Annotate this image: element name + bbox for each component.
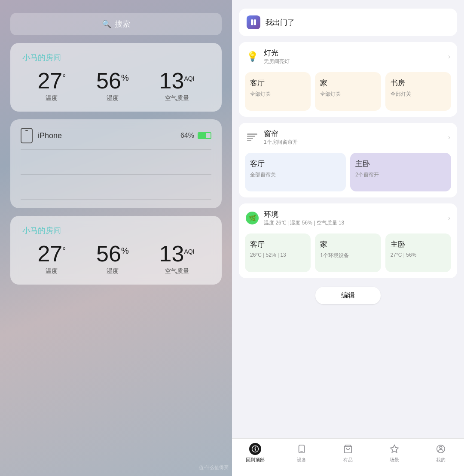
tab-devices[interactable]: 设备 xyxy=(278,443,325,463)
room-name: 家 xyxy=(320,78,375,88)
room-name: 客厅 xyxy=(250,159,341,169)
room-status: 全部灯关 xyxy=(320,91,375,98)
room-name: 客厅 xyxy=(250,78,305,88)
environment-title: 环境 xyxy=(264,209,344,219)
room-name: 主卧 xyxy=(391,240,446,249)
search-bar[interactable]: 🔍 搜索 xyxy=(10,13,222,35)
aqi-item: 13AQI 空气质量 xyxy=(159,70,195,102)
list-item[interactable]: 客厅 全部灯关 xyxy=(245,72,311,111)
aqi-label: 空气质量 xyxy=(165,94,189,102)
humidity-item: 56% 湿度 xyxy=(96,70,129,102)
curtains-chevron-icon: › xyxy=(448,133,450,141)
svg-rect-0 xyxy=(251,19,253,25)
svg-point-9 xyxy=(440,446,442,449)
curtains-room-grid: 客厅 全部窗帘关 主卧 2个窗帘开 xyxy=(239,149,457,197)
sensor-row-1: 27° 温度 56% 湿度 13AQI 空气质量 xyxy=(22,70,210,102)
temperature-value-3: 27° xyxy=(37,243,66,265)
temperature-value: 27° xyxy=(37,70,66,92)
aqi-item-3: 13AQI 空气质量 xyxy=(159,243,195,275)
room-name: 客厅 xyxy=(250,240,305,249)
room-name: 家 xyxy=(320,240,375,249)
humidity-label: 湿度 xyxy=(107,94,119,102)
tab-home[interactable]: 回到顶部 xyxy=(232,443,278,463)
lights-header[interactable]: 💡 灯光 无房间亮灯 › xyxy=(239,42,457,69)
iphone-card: iPhone 64% xyxy=(10,119,222,208)
environment-icon: 🌿 xyxy=(246,212,259,224)
curtains-title: 窗帘 xyxy=(264,129,298,139)
scene-icon xyxy=(388,443,400,455)
battery-icon xyxy=(198,132,211,139)
humidity-value-3: 56% xyxy=(96,243,129,265)
aqi-label-3: 空气质量 xyxy=(165,267,189,275)
iphone-left: iPhone xyxy=(21,128,62,143)
tab-home-label: 回到顶部 xyxy=(246,457,265,463)
room-status: 全部窗帘关 xyxy=(250,171,341,179)
list-item[interactable]: 书房 全部灯关 xyxy=(385,72,451,111)
temperature-label: 温度 xyxy=(46,94,58,102)
humidity-label-3: 湿度 xyxy=(107,267,119,275)
sensor-card-1: 小马的房间 27° 温度 56% 湿度 13AQI 空气质量 xyxy=(10,43,222,112)
iphone-header: iPhone 64% xyxy=(21,128,211,150)
lights-title: 灯光 xyxy=(264,48,290,58)
card3-title: 小马的房间 xyxy=(22,225,210,236)
lights-subtitle: 无房间亮灯 xyxy=(264,58,290,65)
shortcut-card[interactable]: 我出门了 xyxy=(239,9,457,36)
list-item[interactable]: 家 全部灯关 xyxy=(315,72,381,111)
room-status: 全部灯关 xyxy=(391,91,446,98)
lights-header-left: 💡 灯光 无房间亮灯 xyxy=(246,48,290,65)
curtains-header-left: 窗帘 1个房间窗帘开 xyxy=(246,129,298,146)
iphone-line-2 xyxy=(21,174,211,175)
edit-button[interactable]: 编辑 xyxy=(315,287,381,304)
tab-scene[interactable]: 场景 xyxy=(371,443,418,463)
aqi-value: 13AQI xyxy=(159,70,195,92)
list-item[interactable]: 主卧 27°C | 56% xyxy=(385,233,451,272)
curtains-header[interactable]: 窗帘 1个房间窗帘开 › xyxy=(239,123,457,149)
humidity-item-3: 56% 湿度 xyxy=(96,243,129,275)
lights-title-block: 灯光 无房间亮灯 xyxy=(264,48,290,65)
environment-chevron-icon: › xyxy=(448,214,450,222)
right-content: 我出门了 💡 灯光 无房间亮灯 › 客厅 全部灯关 xyxy=(232,0,464,438)
room-status: 27°C | 56% xyxy=(391,252,446,258)
tab-profile[interactable]: 我的 xyxy=(418,443,464,463)
list-item[interactable]: 家 1个环境设备 xyxy=(315,233,381,272)
card1-title: 小马的房间 xyxy=(22,52,210,63)
curtain-icon xyxy=(246,131,259,144)
environment-header-left: 🌿 环境 温度 26℃ | 湿度 56% | 空气质量 13 xyxy=(246,209,344,227)
shortcut-icon xyxy=(247,15,260,29)
room-status: 26°C | 52% | 13 xyxy=(250,252,305,258)
room-status: 全部灯关 xyxy=(250,91,305,98)
tab-devices-label: 设备 xyxy=(297,457,306,463)
svg-rect-1 xyxy=(254,19,256,25)
lights-section: 💡 灯光 无房间亮灯 › 客厅 全部灯关 家 全部灯关 xyxy=(239,42,457,117)
svg-marker-7 xyxy=(391,445,398,452)
aqi-value-3: 13AQI xyxy=(159,243,195,265)
light-icon: 💡 xyxy=(246,50,259,63)
list-item[interactable]: 客厅 26°C | 52% | 13 xyxy=(245,233,311,272)
right-panel: 我出门了 💡 灯光 无房间亮灯 › 客厅 全部灯关 xyxy=(232,0,464,476)
curtains-section: 窗帘 1个房间窗帘开 › 客厅 全部窗帘关 主卧 2个窗帘开 xyxy=(239,123,457,197)
iphone-line-4 xyxy=(21,199,211,200)
tab-profile-label: 我的 xyxy=(436,457,446,463)
shortcut-label: 我出门了 xyxy=(266,18,295,27)
iphone-device-icon xyxy=(21,128,33,143)
list-item[interactable]: 客厅 全部窗帘关 xyxy=(245,153,346,191)
iphone-line-1 xyxy=(21,162,211,162)
sensor-row-3: 27° 温度 56% 湿度 13AQI 空气质量 xyxy=(22,243,210,275)
curtains-subtitle: 1个房间窗帘开 xyxy=(264,139,298,146)
svg-point-3 xyxy=(255,446,256,447)
environment-header[interactable]: 🌿 环境 温度 26℃ | 湿度 56% | 空气质量 13 › xyxy=(239,203,457,230)
devices-icon xyxy=(296,443,308,455)
lights-room-grid: 客厅 全部灯关 家 全部灯关 书房 全部灯关 xyxy=(239,69,457,117)
environment-room-grid: 客厅 26°C | 52% | 13 家 1个环境设备 主卧 27°C | 56… xyxy=(239,230,457,278)
battery-percent: 64% xyxy=(180,132,194,139)
tab-shop-label: 有品 xyxy=(343,457,353,463)
list-item[interactable]: 主卧 2个窗帘开 xyxy=(350,153,451,191)
environment-subtitle: 温度 26℃ | 湿度 56% | 空气质量 13 xyxy=(264,219,344,227)
home-icon xyxy=(249,443,261,455)
sensor-card-3: 小马的房间 27° 温度 56% 湿度 13AQI 空气质量 xyxy=(10,216,222,285)
tab-shop[interactable]: 有品 xyxy=(325,443,371,463)
humidity-value: 56% xyxy=(96,70,129,92)
tab-scene-label: 场景 xyxy=(390,457,399,463)
battery-fill xyxy=(198,133,206,138)
temperature-label-3: 温度 xyxy=(46,267,58,275)
